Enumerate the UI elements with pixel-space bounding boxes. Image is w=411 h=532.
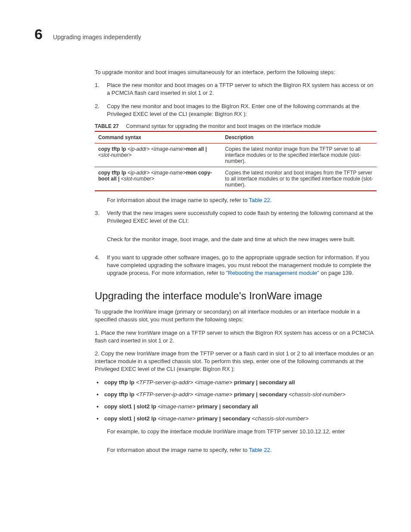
section2-p1: To upgrade the IronWare image (primary o…: [95, 308, 377, 324]
command-bullet-list: copy tftp lp <TFTP-server-ip-addr> <imag…: [95, 379, 377, 423]
cmd-italic: <ip-addr> <image-name>: [128, 170, 186, 176]
text: For information about the image name to …: [107, 447, 249, 453]
cmd-italic: <chassis-slot-number>: [289, 391, 346, 398]
page-header: 6 Upgrading images independently: [34, 26, 377, 43]
cmd-italic: <image-name>: [158, 403, 195, 410]
table-caption-text: Command syntax for upgrading the monitor…: [126, 123, 321, 129]
cmd-bold: mon all |: [186, 146, 207, 152]
step-number: 4.: [95, 254, 107, 277]
cmd-bold: copy tftp lp: [104, 379, 136, 386]
text: on page 139.: [319, 270, 354, 276]
section2-step1: 1. Place the new IronWare image on a TFT…: [95, 329, 377, 345]
step-body: Copy the new monitor and boot images to …: [107, 103, 377, 118]
link-rebooting-module[interactable]: "Rebooting the management module": [226, 270, 319, 276]
list-item: copy slot1 | slot2 lp <image-name> prima…: [95, 403, 377, 411]
cmd-bold: primary | secondary all: [232, 379, 295, 386]
cmd-italic: <chassis-slot-number>: [252, 415, 309, 422]
cmd-bold: primary | secondary all: [196, 403, 258, 410]
intro-paragraph: To upgrade monitor and boot images simul…: [95, 68, 377, 76]
cell-command-syntax: copy tftp lp <ip-addr> <image-name>mon c…: [95, 167, 221, 191]
info-line: For information about the image name to …: [107, 446, 377, 454]
cmd-bold: copy tftp lp: [98, 146, 128, 152]
table-caption: TABLE 27 Command syntax for upgrading th…: [95, 123, 377, 129]
step-2: 2. Copy the new monitor and boot images …: [95, 103, 377, 118]
chapter-title: Upgrading images independently: [53, 34, 141, 40]
table-header-syntax: Command syntax: [95, 131, 221, 143]
table-row: copy tftp lp <ip-addr> <image-name>mon a…: [95, 143, 377, 167]
step-3b-text: Check for the monitor image, boot image,…: [107, 236, 377, 243]
cell-description: Copies the latest monitor and boot image…: [221, 167, 377, 191]
section2-step2: 2. Copy the new IronWare image from the …: [95, 350, 377, 373]
step-1: 1. Place the new monitor and boot images…: [95, 81, 377, 97]
step-number: 3.: [95, 209, 107, 249]
syntax-table: Command syntax Description copy tftp lp …: [95, 131, 377, 191]
text: .: [270, 197, 272, 203]
link-table-22[interactable]: Table 22: [249, 197, 270, 203]
cmd-bold: primary | secondary: [232, 391, 289, 398]
cmd-italic: <slot-number>: [121, 176, 154, 182]
step-4: 4. If you want to upgrade other software…: [95, 254, 377, 277]
step-body: If you want to upgrade other software im…: [107, 254, 377, 277]
step-3: 3. Verify that the new images were succe…: [95, 209, 377, 249]
cmd-italic: <TFTP-server-ip-addr> <image-name>: [136, 379, 233, 386]
step-3a-text: Verify that the new images were successf…: [107, 209, 377, 225]
step-body: Place the new monitor and boot images on…: [107, 81, 377, 97]
content-block-2: Upgrading the interface module's IronWar…: [95, 290, 377, 454]
list-item: copy slot1 | slot2 lp <image-name> prima…: [95, 415, 377, 423]
cmd-italic: <slot-number>: [98, 152, 131, 158]
table-label: TABLE 27: [95, 123, 119, 129]
cmd-bold: copy tftp lp: [104, 391, 136, 398]
text: For information about the image name to …: [107, 197, 249, 203]
list-item: copy tftp lp <TFTP-server-ip-addr> <imag…: [95, 391, 377, 398]
list-item: copy tftp lp <TFTP-server-ip-addr> <imag…: [95, 379, 377, 386]
link-table-22[interactable]: Table 22: [249, 447, 270, 453]
content-block-1: To upgrade monitor and boot images simul…: [95, 68, 377, 277]
step-number: 2.: [95, 103, 107, 118]
chapter-number: 6: [34, 26, 43, 43]
cmd-bold: primary | secondary: [196, 415, 252, 422]
table-header-description: Description: [221, 131, 377, 143]
cmd-italic: <TFTP-server-ip-addr> <image-name>: [136, 391, 233, 398]
cell-command-syntax: copy tftp lp <ip-addr> <image-name>mon a…: [95, 143, 221, 167]
page: 6 Upgrading images independently To upgr…: [0, 0, 411, 532]
cmd-bold: copy slot1 | slot2 lp: [104, 403, 158, 410]
section-heading: Upgrading the interface module's IronWar…: [95, 290, 377, 302]
cmd-bold: copy slot1 | slot2 lp: [104, 415, 158, 422]
cmd-italic: <ip-addr> <image-name>: [128, 146, 186, 152]
example-line: For example, to copy the interface modul…: [107, 428, 377, 436]
cmd-italic: <image-name>: [158, 415, 195, 422]
table-row: copy tftp lp <ip-addr> <image-name>mon c…: [95, 167, 377, 191]
step-number: 1.: [95, 81, 107, 97]
cmd-bold: copy tftp lp: [98, 170, 128, 176]
cell-description: Copies the latest monitor image from the…: [221, 143, 377, 167]
step-body: Verify that the new images were successf…: [107, 209, 377, 249]
after-table-note: For information about the image name to …: [107, 196, 377, 204]
text: .: [270, 447, 272, 453]
